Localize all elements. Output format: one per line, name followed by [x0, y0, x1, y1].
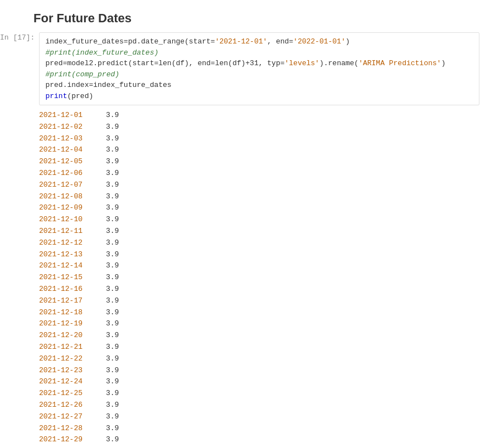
output-date: 2021-12-01: [39, 110, 100, 121]
code-line: pred.index=index_future_dates: [45, 80, 473, 91]
output-value: 3.9: [106, 249, 119, 261]
output-value: 3.9: [106, 376, 119, 388]
output-value: 3.9: [106, 388, 119, 400]
code-token: pred.index=index_future_dates: [45, 81, 171, 89]
output-date: 2021-12-16: [39, 284, 100, 295]
output-date: 2021-12-21: [39, 342, 100, 353]
output-date: 2021-12-23: [39, 365, 100, 377]
output-value: 3.9: [106, 272, 119, 284]
code-token: 'levels': [285, 59, 319, 67]
output-date: 2021-12-30: [39, 446, 100, 448]
output-value: 3.9: [106, 144, 119, 156]
output-date: 2021-12-22: [39, 353, 100, 365]
code-token: pred=model2.predict(start=len(df), end=l…: [45, 59, 284, 67]
code-line: pred=model2.predict(start=len(df), end=l…: [45, 58, 473, 69]
output-date: 2021-12-20: [39, 330, 100, 342]
code-token: ).rename(: [319, 59, 358, 67]
output-value: 3.9: [106, 191, 119, 203]
output-value: 3.9: [106, 260, 119, 272]
output-row: 2021-12-063.9: [39, 168, 479, 179]
output-row: 2021-12-283.9: [39, 423, 479, 435]
code-token: '2022-01-01': [293, 37, 346, 46]
output-date: 2021-12-05: [39, 156, 100, 168]
code-line: #print(comp_pred): [45, 69, 473, 80]
output-row: 2021-12-253.9: [39, 388, 479, 400]
output-area: 2021-12-013.92021-12-023.92021-12-033.92…: [33, 108, 479, 448]
output-row: 2021-12-183.9: [39, 307, 479, 319]
output-value: 3.9: [106, 237, 119, 249]
code-token: ): [441, 59, 445, 67]
code-line: print(pred): [45, 91, 473, 102]
output-row: 2021-12-133.9: [39, 249, 479, 261]
code-token: (pred): [67, 92, 93, 100]
output-row: 2021-12-043.9: [39, 144, 479, 156]
output-row: 2021-12-033.9: [39, 133, 479, 145]
output-date: 2021-12-04: [39, 144, 100, 156]
output-row: 2021-12-123.9: [39, 237, 479, 249]
output-value: 3.9: [106, 133, 119, 145]
output-row: 2021-12-243.9: [39, 376, 479, 388]
code-cell[interactable]: index_future_dates=pd.date_range(start='…: [39, 32, 479, 105]
output-date: 2021-12-02: [39, 121, 100, 133]
output-value: 3.9: [106, 179, 119, 191]
output-value: 3.9: [106, 365, 119, 377]
output-row: 2021-12-273.9: [39, 411, 479, 423]
output-row: 2021-12-153.9: [39, 272, 479, 284]
code-token: #print(index_future_dates): [45, 48, 158, 57]
output-date: 2021-12-29: [39, 434, 100, 446]
code-token: #print(comp_pred): [45, 70, 119, 79]
output-date: 2021-12-10: [39, 214, 100, 226]
output-date: 2021-12-03: [39, 133, 100, 145]
output-value: 3.9: [106, 434, 119, 446]
output-row: 2021-12-193.9: [39, 318, 479, 330]
cell-label: In [17]:: [0, 32, 39, 42]
code-cell-row: In [17]: index_future_dates=pd.date_rang…: [0, 32, 485, 105]
output-row: 2021-12-113.9: [39, 226, 479, 237]
output-date: 2021-12-19: [39, 318, 100, 330]
output-value: 3.9: [106, 353, 119, 365]
code-line: index_future_dates=pd.date_range(start='…: [45, 36, 473, 47]
output-row: 2021-12-093.9: [39, 202, 479, 214]
output-date: 2021-12-12: [39, 237, 100, 249]
output-date: 2021-12-14: [39, 260, 100, 272]
output-date: 2021-12-09: [39, 202, 100, 214]
output-date: 2021-12-15: [39, 272, 100, 284]
code-token: ): [346, 37, 350, 46]
output-value: 3.9: [106, 295, 119, 307]
output-row: 2021-12-073.9: [39, 179, 479, 191]
output-row: 2021-12-203.9: [39, 330, 479, 342]
output-date: 2021-12-26: [39, 400, 100, 411]
output-row: 2021-12-223.9: [39, 353, 479, 365]
output-date: 2021-12-25: [39, 388, 100, 400]
output-date: 2021-12-06: [39, 168, 100, 179]
output-value: 3.9: [106, 307, 119, 319]
output-date: 2021-12-24: [39, 376, 100, 388]
output-value: 3.9: [106, 423, 119, 435]
output-date: 2021-12-13: [39, 249, 100, 261]
output-value: 3.9: [106, 400, 119, 411]
output-value: 3.9: [106, 110, 119, 121]
page-title: For Future Dates: [33, 11, 485, 26]
code-token: , end=: [267, 37, 293, 46]
output-row: 2021-12-163.9: [39, 284, 479, 295]
code-line: #print(index_future_dates): [45, 47, 473, 59]
output-row: 2021-12-213.9: [39, 342, 479, 353]
output-value: 3.9: [106, 202, 119, 214]
output-date: 2021-12-17: [39, 295, 100, 307]
output-value: 3.9: [106, 168, 119, 179]
output-value: 3.9: [106, 330, 119, 342]
output-value: 3.9: [106, 411, 119, 423]
code-token: '2021-12-01': [215, 37, 268, 46]
output-row: 2021-12-143.9: [39, 260, 479, 272]
output-date: 2021-12-18: [39, 307, 100, 319]
output-row: 2021-12-303.9: [39, 446, 479, 448]
output-date: 2021-12-07: [39, 179, 100, 191]
output-date: 2021-12-28: [39, 423, 100, 435]
output-date: 2021-12-27: [39, 411, 100, 423]
output-row: 2021-12-023.9: [39, 121, 479, 133]
output-row: 2021-12-293.9: [39, 434, 479, 446]
output-value: 3.9: [106, 342, 119, 353]
output-value: 3.9: [106, 284, 119, 295]
output-value: 3.9: [106, 446, 119, 448]
output-row: 2021-12-263.9: [39, 400, 479, 411]
